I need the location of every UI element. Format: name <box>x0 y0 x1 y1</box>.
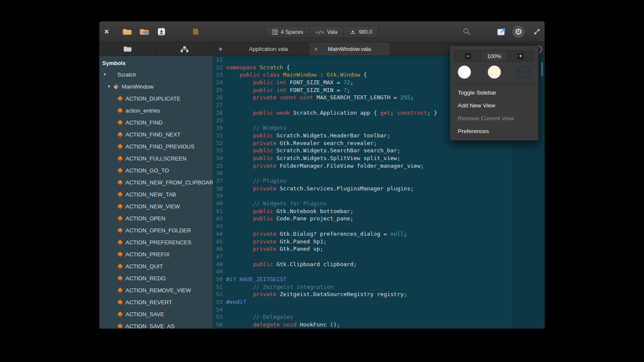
revert-button[interactable] <box>187 21 204 42</box>
code-line[interactable]: 53#endif <box>213 298 545 306</box>
goto-line-icon <box>350 30 356 35</box>
code-line[interactable]: 51 // Zeitgeist integration <box>213 283 545 291</box>
goto-line-button[interactable]: 980.0 <box>344 27 378 38</box>
symbol-label: Scratch <box>117 71 136 78</box>
symbol-item[interactable]: ▾ACTION_OPEN <box>99 212 213 224</box>
editor-scrollbar[interactable] <box>541 62 543 77</box>
code-line[interactable]: 44 private Gtk.Dialog? preferences_dialo… <box>213 230 545 238</box>
symbol-const-icon <box>117 167 124 174</box>
code-line[interactable]: 56 delegate void HookFunc (); <box>213 321 545 329</box>
tab-close-icon[interactable]: × <box>313 42 319 56</box>
line-number: 41 <box>213 208 223 215</box>
symbol-item[interactable]: ▾ACTION_FIND_NEXT <box>99 128 213 140</box>
symbol-item[interactable]: ▾ACTION_REMOVE_VIEW <box>99 284 213 296</box>
symbol-item[interactable]: ▾ACTION_SAVE <box>99 308 213 320</box>
code-line[interactable]: 39 <box>213 192 545 200</box>
line-text <box>223 117 226 125</box>
symbol-item[interactable]: ▾ACTION_NEW_FROM_CLIPBOARD <box>99 176 213 188</box>
menu-item-preferences[interactable]: Preferences <box>450 125 538 138</box>
code-line[interactable]: 38 private Scratch.Services.PluginsManag… <box>213 185 545 193</box>
line-number: 26 <box>213 94 223 101</box>
menu-item-add-new-view[interactable]: Add New View <box>450 99 538 112</box>
symbol-item[interactable]: ▾ACTION_REVERT <box>99 296 213 308</box>
symbol-item[interactable]: ▾ACTION_FIND_PREVIOUS <box>99 140 213 152</box>
symbol-item[interactable]: ▾ACTION_REDO <box>99 272 213 284</box>
symbol-item[interactable]: ▾ACTION_FULLSCREEN <box>99 152 213 164</box>
symbol-label: ACTION_FIND_PREVIOUS <box>125 143 194 150</box>
symbol-item[interactable]: ▾ACTION_NEW_VIEW <box>99 200 213 212</box>
line-number: 32 <box>213 139 223 147</box>
language-button[interactable]: </> Vala <box>310 27 344 38</box>
code-line[interactable]: 55 // Delegates <box>213 313 545 321</box>
code-line[interactable]: 41 public Gtk.Notebook bottombar; <box>213 208 545 215</box>
symbol-item[interactable]: ▾ACTION_SAVE_AS <box>99 320 213 329</box>
code-line[interactable]: 48 public Gtk.Clipboard clipboard; <box>213 261 545 268</box>
indent-width-button[interactable]: 4 Spaces <box>266 27 310 38</box>
line-number: 55 <box>213 313 223 321</box>
symbol-item[interactable]: ▾MainWindow <box>99 80 213 92</box>
symbol-item[interactable]: ▾ACTION_DUPLICATE <box>99 92 213 104</box>
sidebar-view-switcher <box>99 42 213 56</box>
symbol-const-icon <box>117 227 124 234</box>
symbol-item[interactable]: ▾ACTION_FIND <box>99 116 213 128</box>
symbol-item[interactable]: ▾ACTION_PREFIX <box>99 248 213 260</box>
files-view-tab[interactable] <box>99 42 156 56</box>
zoom-out-button[interactable]: − <box>454 50 481 62</box>
code-line[interactable]: 45 private Gtk.Paned hp1; <box>213 238 545 246</box>
code-line[interactable]: 33 public Scratch.Widgets.SearchBar sear… <box>213 147 545 154</box>
symbol-const-icon <box>117 239 124 246</box>
line-text: private FolderManager.FileView folder_ma… <box>223 162 424 170</box>
zoom-in-button[interactable]: + <box>507 50 534 62</box>
line-number: 53 <box>213 298 223 306</box>
code-line[interactable]: 40 // Widgets for Plugins <box>213 200 545 208</box>
theme-light-swatch[interactable] <box>458 65 471 79</box>
symbol-item[interactable]: ▾ACTION_NEW_TAB <box>99 188 213 200</box>
code-line[interactable]: 52 private Zeitgeist.DataSourceRegistry … <box>213 291 545 298</box>
line-number: 51 <box>213 283 223 291</box>
symbol-item[interactable]: ▾action_entries <box>99 104 213 116</box>
line-text: private Gtk.Paned vp; <box>223 245 323 253</box>
window-close-button[interactable]: × <box>99 21 114 42</box>
zoom-control: − 100% + <box>454 50 534 62</box>
settings-button[interactable]: ⚙ <box>512 25 525 38</box>
language-label: Vala <box>327 29 337 35</box>
fullscreen-button[interactable] <box>533 28 541 36</box>
code-line[interactable]: 47 <box>213 253 545 261</box>
share-button[interactable] <box>497 28 507 36</box>
theme-sepia-swatch[interactable] <box>488 65 501 79</box>
code-line[interactable]: 49 <box>213 268 545 276</box>
goto-line-label: 980.0 <box>359 29 372 35</box>
code-line[interactable]: 50#if HAVE_ZEITGEIST <box>213 276 545 283</box>
code-line[interactable]: 42 public Code.Pane project_pane; <box>213 215 545 223</box>
new-tab-icon: + <box>218 45 223 53</box>
symbol-item[interactable]: ▾Scratch <box>99 68 213 80</box>
theme-dark-swatch[interactable] <box>517 65 531 79</box>
new-tab-button[interactable]: + <box>213 42 228 56</box>
settings-popover: − 100% + Toggle SidebarAdd New ViewRemov… <box>450 45 539 141</box>
expander-icon[interactable]: ▾ <box>104 72 110 77</box>
search-button[interactable] <box>463 28 471 36</box>
code-line[interactable]: 36 <box>213 169 545 177</box>
menu-item-toggle-sidebar[interactable]: Toggle Sidebar <box>450 86 538 99</box>
symbol-item[interactable]: ▾ACTION_PREFERENCES <box>99 236 213 248</box>
code-line[interactable]: 46 private Gtk.Paned vp; <box>213 245 545 253</box>
symbol-item[interactable]: ▾ACTION_OPEN_FOLDER <box>99 224 213 236</box>
document-tab[interactable]: ×MainWindow.vala <box>309 42 390 56</box>
line-text <box>223 56 226 64</box>
code-line[interactable]: 43 <box>213 223 545 230</box>
code-line[interactable]: 34 public Scratch.Widgets.SplitView spli… <box>213 154 545 162</box>
line-text: public Scratch.Widgets.SearchBar search_… <box>223 147 400 154</box>
code-line[interactable]: 54 <box>213 306 545 314</box>
code-line[interactable]: 37 // Plugins <box>213 177 545 185</box>
save-as-button[interactable] <box>153 21 170 42</box>
line-number: 31 <box>213 132 223 139</box>
symbols-view-tab[interactable] <box>156 42 213 56</box>
document-tab[interactable]: Application.vala <box>228 42 309 56</box>
open-file-button[interactable] <box>119 21 136 42</box>
code-line[interactable]: 35 private FolderManager.FileView folder… <box>213 162 545 170</box>
symbol-item[interactable]: ▾ACTION_GO_TO <box>99 164 213 176</box>
line-text: private const uint MAX_SEARCH_TEXT_LENGT… <box>223 94 414 101</box>
symbol-label: ACTION_DUPLICATE <box>125 95 180 102</box>
symbol-item[interactable]: ▾ACTION_QUIT <box>99 260 213 272</box>
open-folder-button[interactable] <box>136 21 153 42</box>
